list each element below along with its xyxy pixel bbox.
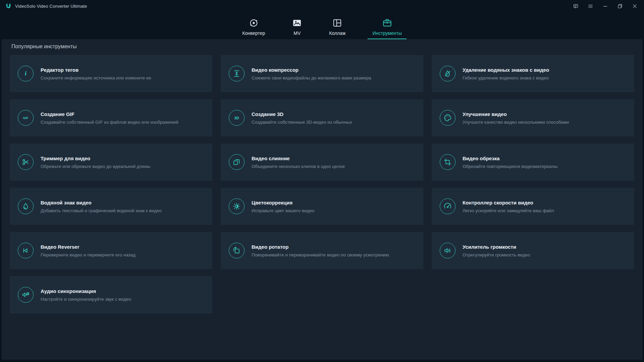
card-desc: Улучшите качество видео несколькими спос… xyxy=(463,120,569,125)
card-title: Триммер для видео xyxy=(41,156,150,161)
videosolo-logo-icon xyxy=(5,3,12,10)
card-desc: Переверните видео и переверните его наза… xyxy=(41,252,136,257)
volume-icon xyxy=(440,243,455,258)
feedback-button[interactable] xyxy=(571,2,580,11)
card-text: Видео слияниеОбъедините несколько клипов… xyxy=(252,156,345,169)
tab-mv[interactable]: MV xyxy=(287,12,307,39)
tool-card-reverse[interactable]: Видео ReverserПереверните видео и переве… xyxy=(10,232,212,269)
tab-label: Инструменты xyxy=(372,31,401,36)
card-text: ЦветокоррекцияИсправьте цвет вашего виде… xyxy=(252,200,314,213)
feedback-icon xyxy=(573,3,579,9)
card-text: Контроллер скорости видеоЛегко ускоряйте… xyxy=(463,200,554,213)
reverse-icon xyxy=(18,243,34,258)
card-desc: Легко ускоряйте или замедляйте ваш файл xyxy=(463,208,554,213)
restore-icon xyxy=(617,3,623,9)
card-text: Видео обрезкаОбрезайте повторяющиеся вид… xyxy=(463,156,557,169)
collage-icon xyxy=(332,18,342,28)
tool-card-trim[interactable]: Триммер для видеоОбрежьте или обрежьте в… xyxy=(10,143,212,181)
card-title: Создание 3D xyxy=(252,111,352,117)
tool-card-rotate[interactable]: Видео ротаторПоворачивайте и переворачив… xyxy=(221,232,423,269)
tab-converter[interactable]: Конвертер xyxy=(237,12,270,39)
tab-label: Коллаж xyxy=(329,31,345,36)
tab-toolbox[interactable]: Инструменты xyxy=(368,12,406,39)
svg-text:GIF: GIF xyxy=(23,116,28,120)
card-desc: Объедините несколько клипов в одно целое xyxy=(252,164,345,169)
3d-icon: 3D xyxy=(229,110,245,126)
tool-card-crop[interactable]: Видео обрезкаОбрезайте повторяющиеся вид… xyxy=(432,143,634,181)
compress-icon xyxy=(229,66,245,81)
tab-label: MV xyxy=(293,31,301,36)
tool-card-merge[interactable]: Видео слияниеОбъедините несколько клипов… xyxy=(221,143,423,181)
rotate-icon xyxy=(229,243,245,258)
card-title: Водяной знак видео xyxy=(41,200,162,205)
card-title: Цветокоррекция xyxy=(252,200,314,205)
tool-card-gif[interactable]: GIFСоздание GIFСоздавайте собственный GI… xyxy=(10,99,212,136)
card-title: Удаление водяных знаков с видео xyxy=(463,67,549,73)
mv-icon xyxy=(292,18,302,28)
card-text: Создание GIFСоздавайте собственный GIF и… xyxy=(41,111,178,125)
tab-collage[interactable]: Коллаж xyxy=(324,12,350,39)
card-desc: Отрегулируйте громкость видео xyxy=(463,252,530,257)
card-text: Удаление водяных знаков с видеоГибкое уд… xyxy=(463,67,549,80)
tool-card-enhance[interactable]: Улучшение видеоУлучшите качество видео н… xyxy=(432,99,634,136)
watermark-remove-icon xyxy=(440,66,455,81)
tool-card-compress[interactable]: Видео компрессорСожмите свои видеофайлы … xyxy=(221,55,423,92)
card-title: Видео обрезка xyxy=(463,156,557,161)
nav-tabs: КонвертерMVКоллажИнструменты xyxy=(0,12,644,39)
svg-text:i: i xyxy=(25,70,26,77)
audio-sync-icon xyxy=(18,287,34,303)
menu-button[interactable] xyxy=(586,2,595,11)
card-desc: Создавайте собственный GIF из файлов вид… xyxy=(41,120,178,125)
tool-card-3d[interactable]: 3DСоздание 3DСоздавайте собственные 3D-в… xyxy=(221,99,423,136)
card-desc: Сохраните информацию источника или измен… xyxy=(41,75,151,80)
card-desc: Создавайте собственные 3D-видео из обычн… xyxy=(252,120,352,125)
tool-card-watermark-remove[interactable]: Удаление водяных знаков с видеоГибкое уд… xyxy=(432,55,634,92)
card-desc: Добавить текстовый и графический водяной… xyxy=(41,208,162,213)
tools-grid: iРедактор теговСохраните информацию исто… xyxy=(10,55,634,313)
close-button[interactable] xyxy=(630,2,639,11)
card-title: Контроллер скорости видео xyxy=(463,200,554,205)
trim-icon xyxy=(18,154,34,170)
card-text: Улучшение видеоУлучшите качество видео н… xyxy=(463,111,569,125)
tab-label: Конвертер xyxy=(242,31,265,36)
card-text: Редактор теговСохраните информацию источ… xyxy=(41,67,151,80)
window-title: VideoSolo Video Converter Ultimate xyxy=(15,4,87,9)
section-title: Популярные инструменты xyxy=(10,39,634,55)
tools-page: Популярные инструменты iРедактор теговСо… xyxy=(2,39,642,360)
menu-icon xyxy=(588,3,593,9)
card-text: Усилитель громкостиОтрегулируйте громкос… xyxy=(463,244,530,257)
card-title: Создание GIF xyxy=(41,111,178,117)
merge-icon xyxy=(229,154,245,170)
minimize-button[interactable] xyxy=(600,2,610,11)
speed-icon xyxy=(440,198,455,214)
tool-card-watermark[interactable]: Водяной знак видеоДобавить текстовый и г… xyxy=(10,188,212,225)
restore-button[interactable] xyxy=(615,2,625,11)
minimize-icon xyxy=(602,3,608,9)
enhance-icon xyxy=(440,110,455,126)
converter-icon xyxy=(249,18,259,28)
close-icon xyxy=(632,3,638,9)
card-title: Видео компрессор xyxy=(252,67,371,73)
card-title: Усилитель громкости xyxy=(463,244,530,250)
tool-card-audio-sync[interactable]: Аудио синхронизацияНастройте и синхрониз… xyxy=(10,276,212,313)
crop-icon xyxy=(440,154,455,170)
gif-icon: GIF xyxy=(18,110,34,126)
card-desc: Настройте и синхронизируйте звук с видео xyxy=(41,297,131,302)
card-desc: Сожмите свои видеофайлы до желаемого вам… xyxy=(252,75,371,80)
card-title: Видео слияние xyxy=(252,156,345,161)
toolbox-icon xyxy=(382,18,392,28)
card-title: Редактор тегов xyxy=(41,67,151,73)
card-text: Триммер для видеоОбрежьте или обрежьте в… xyxy=(41,156,150,169)
tool-card-info[interactable]: iРедактор теговСохраните информацию исто… xyxy=(10,55,212,92)
svg-text:3D: 3D xyxy=(234,116,239,120)
card-desc: Поворачивайте и переворачивайте видео по… xyxy=(252,252,389,257)
titlebar-controls xyxy=(571,2,639,11)
card-title: Видео ротатор xyxy=(252,244,389,250)
tool-card-color[interactable]: ЦветокоррекцияИсправьте цвет вашего виде… xyxy=(221,188,423,225)
card-text: Аудио синхронизацияНастройте и синхрониз… xyxy=(41,288,131,302)
tool-card-volume[interactable]: Усилитель громкостиОтрегулируйте громкос… xyxy=(432,232,634,269)
card-desc: Гибкое удаление водяного знака с видео xyxy=(463,75,549,80)
card-desc: Обрезайте повторяющиеся видеоматериалы xyxy=(463,164,557,169)
color-icon xyxy=(229,198,245,214)
tool-card-speed[interactable]: Контроллер скорости видеоЛегко ускоряйте… xyxy=(432,188,634,225)
